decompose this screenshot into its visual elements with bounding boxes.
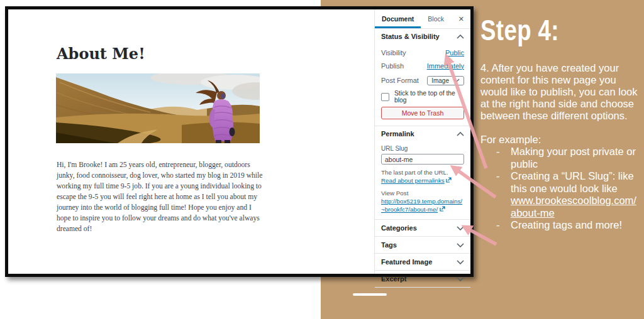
status-visibility-header[interactable]: Status & Visibility — [375, 29, 470, 44]
post-format-row: Post Format Image — [375, 72, 470, 89]
post-format-select[interactable]: Image — [427, 76, 464, 85]
url-slug-input[interactable] — [381, 154, 464, 165]
chevron-down-icon — [457, 260, 464, 264]
for-example-label: For example: — [480, 134, 640, 146]
section-tags[interactable]: Tags — [375, 237, 470, 254]
chevron-up-icon[interactable] — [457, 35, 464, 39]
publish-label: Publish — [381, 62, 404, 70]
tab-document[interactable]: Document — [375, 9, 421, 28]
chevron-down-icon — [453, 78, 460, 82]
sticky-checkbox-row: Stick to the top of the blog — [375, 92, 470, 102]
step-title: Step 4: — [480, 13, 605, 47]
permalink-title: Permalink — [381, 130, 414, 138]
featured-image-title: Featured Image — [381, 258, 432, 266]
external-link-icon — [440, 206, 445, 213]
chevron-down-icon — [457, 243, 464, 247]
bullet-dash: - — [496, 170, 500, 183]
section-categories[interactable]: Categories — [375, 220, 470, 237]
post-body-text: Hi, I'm Brooke! I am 25 years old, entre… — [57, 160, 265, 234]
post-format-label: Post Format — [381, 77, 419, 84]
tab-block[interactable]: Block — [421, 9, 451, 28]
permalink-body: URL Slug The last part of the URL. Read … — [375, 141, 470, 219]
example-bullet-list: - Making your post private or public - C… — [480, 146, 640, 232]
section-excerpt[interactable]: Excerpt — [375, 271, 470, 288]
bullet-text: Creating tags and more! — [511, 219, 622, 230]
close-sidebar-button[interactable]: ✕ — [452, 9, 470, 28]
publish-row: Publish Immediately — [375, 59, 470, 72]
step-paragraph: 4. After you have created your content f… — [480, 62, 640, 122]
chevron-down-icon — [457, 277, 464, 281]
sidebar-tab-bar: Document Block ✕ — [375, 9, 470, 29]
view-post-label: View Post — [381, 190, 464, 197]
close-icon: ✕ — [458, 15, 464, 23]
section-featured-image[interactable]: Featured Image — [375, 254, 470, 271]
visibility-row: Visibility Public — [375, 46, 470, 59]
tab-block-label: Block — [428, 15, 444, 23]
trail-runner-photo — [56, 73, 260, 143]
sticky-checkbox[interactable] — [381, 93, 389, 101]
post-format-value: Image — [431, 77, 449, 84]
slug-help-prefix: The last part of the URL. — [381, 169, 448, 176]
view-post-url-link[interactable]: http://box5219.temp.domains/~brookfc7/ab… — [381, 198, 462, 213]
external-link-icon — [446, 177, 452, 184]
tab-document-label: Document — [382, 15, 414, 23]
sticky-checkbox-label: Stick to the top of the blog — [394, 90, 464, 104]
step-panel: Step 4: 4. After you have created your c… — [480, 13, 640, 232]
slug-help-text: The last part of the URL. Read about per… — [381, 168, 464, 185]
visibility-value-link[interactable]: Public — [445, 49, 464, 57]
editor-canvas: About Me! — [8, 9, 374, 274]
bullet-text: Creating a “URL Slug”: like this one wou… — [511, 170, 634, 194]
move-to-trash-button[interactable]: Move to Trash — [381, 107, 464, 119]
visibility-label: Visibility — [381, 49, 406, 57]
read-about-permalinks-link[interactable]: Read about permalinks — [381, 177, 445, 184]
brookescoolblog-link[interactable]: www.brookescoolblog.com/about-me — [511, 195, 636, 219]
tags-title: Tags — [381, 241, 397, 249]
wp-settings-sidebar: Document Block ✕ Status & Visibility Vis… — [374, 9, 470, 274]
chevron-up-icon[interactable] — [457, 132, 464, 136]
url-slug-label: URL Slug — [381, 145, 464, 152]
view-post-url: http://box5219.temp.domains/~brookfc7/ab… — [381, 197, 464, 214]
bullet-url-slug: - Creating a “URL Slug”: like this one w… — [480, 170, 640, 219]
chevron-down-icon — [457, 226, 464, 230]
publish-value-link[interactable]: Immediately — [427, 62, 464, 70]
bullet-tags: - Creating tags and more! — [480, 219, 640, 232]
bullet-text: Making your post private or public — [511, 146, 636, 170]
slide-progress-dash — [353, 293, 387, 296]
status-visibility-title: Status & Visibility — [381, 33, 440, 40]
permalink-header[interactable]: Permalink — [375, 126, 470, 141]
excerpt-title: Excerpt — [381, 275, 406, 283]
bullet-private-public: - Making your post private or public — [480, 146, 640, 170]
categories-title: Categories — [381, 224, 417, 232]
post-title: About Me! — [57, 45, 145, 63]
move-to-trash-label: Move to Trash — [402, 109, 444, 117]
wordpress-screenshot-frame: About Me! — [5, 6, 474, 277]
bullet-dash: - — [496, 219, 500, 232]
bullet-dash: - — [496, 146, 500, 158]
